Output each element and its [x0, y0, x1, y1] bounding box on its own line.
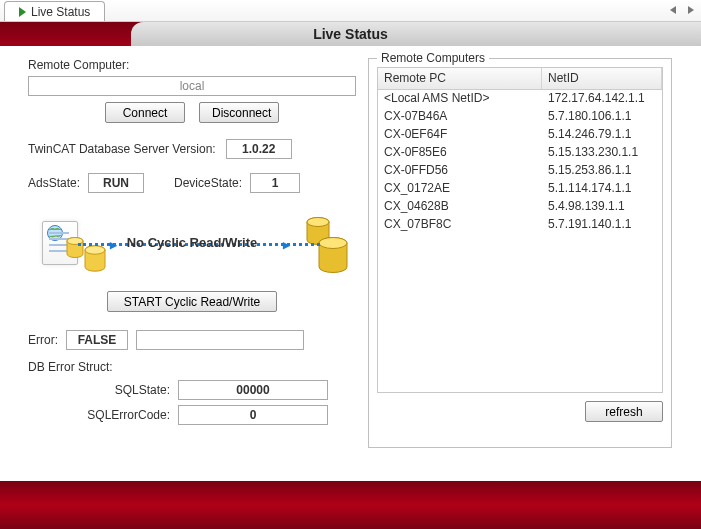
cell-netid: 5.7.180.106.1.1	[544, 108, 660, 126]
device-state-label: DeviceState:	[174, 176, 242, 190]
device-state-value: 1	[250, 173, 300, 193]
table-row[interactable]: <Local AMS NetID>172.17.64.142.1.1	[378, 90, 662, 108]
sqlstate-value: 00000	[178, 380, 328, 400]
page-title: Live Status	[313, 26, 388, 42]
ads-state-label: AdsState:	[28, 176, 80, 190]
cell-remote-pc: CX_07BF8C	[380, 216, 544, 234]
table-row[interactable]: CX_04628B5.4.98.139.1.1	[378, 198, 662, 216]
remote-computers-table[interactable]: Remote PC NetID <Local AMS NetID>172.17.…	[377, 67, 663, 393]
remote-computers-legend: Remote Computers	[377, 51, 489, 65]
start-cyclic-button[interactable]: START Cyclic Read/Write	[107, 291, 277, 312]
table-row[interactable]: CX-0FFD565.15.253.86.1.1	[378, 162, 662, 180]
play-icon	[19, 7, 26, 17]
cell-netid: 5.1.114.174.1.1	[544, 180, 660, 198]
cell-remote-pc: CX-0FFD56	[380, 162, 544, 180]
cell-netid: 172.17.64.142.1.1	[544, 90, 660, 108]
cyclic-illustration: ▶ ▶ No Cyclic Read/Write	[28, 207, 356, 285]
remote-computer-field[interactable]: local	[28, 76, 356, 96]
table-row[interactable]: CX-0EF64F5.14.246.79.1.1	[378, 126, 662, 144]
cell-remote-pc: CX-0F85E6	[380, 144, 544, 162]
table-row[interactable]: CX_07BF8C5.7.191.140.1.1	[378, 216, 662, 234]
table-row[interactable]: CX-0F85E65.15.133.230.1.1	[378, 144, 662, 162]
ads-state-value: RUN	[88, 173, 144, 193]
cell-netid: 5.14.246.79.1.1	[544, 126, 660, 144]
sqlerrorcode-label: SQLErrorCode:	[28, 408, 170, 422]
svg-point-6	[307, 218, 329, 227]
column-remote-pc[interactable]: Remote PC	[378, 68, 542, 89]
connect-button[interactable]: Connect	[105, 102, 185, 123]
tab-scroll-right[interactable]	[685, 3, 695, 17]
table-row[interactable]: CX_0172AE5.1.114.174.1.1	[378, 180, 662, 198]
tab-live-status[interactable]: Live Status	[4, 1, 105, 21]
cell-netid: 5.15.133.230.1.1	[544, 144, 660, 162]
error-label: Error:	[28, 333, 58, 347]
page-background: Live Status Remote Computer: local Conne…	[0, 22, 701, 529]
error-value: FALSE	[66, 330, 128, 350]
table-header: Remote PC NetID	[378, 68, 662, 90]
disconnect-button[interactable]: Disconnect	[199, 102, 279, 123]
server-version-value: 1.0.22	[226, 139, 292, 159]
cell-netid: 5.4.98.139.1.1	[544, 198, 660, 216]
cell-remote-pc: CX_0172AE	[380, 180, 544, 198]
cell-remote-pc: <Local AMS NetID>	[380, 90, 544, 108]
table-row[interactable]: CX-07B46A5.7.180.106.1.1	[378, 108, 662, 126]
cell-netid: 5.7.191.140.1.1	[544, 216, 660, 234]
server-version-label: TwinCAT Database Server Version:	[28, 142, 216, 156]
cell-remote-pc: CX-07B46A	[380, 108, 544, 126]
tab-label: Live Status	[31, 5, 90, 19]
refresh-button[interactable]: refresh	[585, 401, 663, 422]
column-netid[interactable]: NetID	[542, 68, 662, 89]
sqlerrorcode-value: 0	[178, 405, 328, 425]
tab-bar: Live Status	[0, 0, 701, 22]
db-error-struct-label: DB Error Struct:	[28, 360, 356, 374]
cell-remote-pc: CX-0EF64F	[380, 126, 544, 144]
cell-netid: 5.15.253.86.1.1	[544, 162, 660, 180]
tab-scroll-left[interactable]	[669, 3, 679, 17]
error-message	[136, 330, 304, 350]
cyclic-caption: No Cyclic Read/Write	[28, 235, 356, 250]
remote-computer-label: Remote Computer:	[28, 58, 356, 72]
cell-remote-pc: CX_04628B	[380, 198, 544, 216]
page-titlebar: Live Status	[0, 22, 701, 46]
sqlstate-label: SQLState:	[28, 383, 170, 397]
remote-computers-group: Remote Computers Remote PC NetID <Local …	[368, 58, 672, 448]
